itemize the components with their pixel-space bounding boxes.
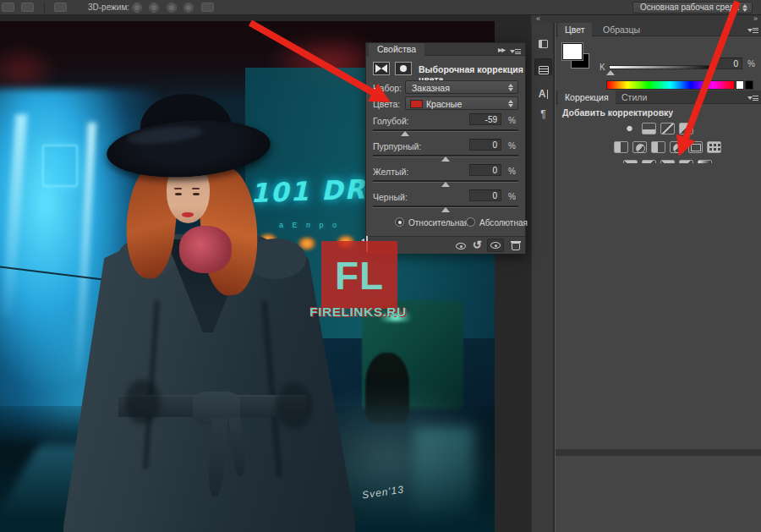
preset-value: Заказная [412,83,450,93]
adjustments-panel-tabbar: Коррекция Стили [556,90,761,104]
k-percent-label: % [747,59,755,69]
history-icon [539,40,548,48]
properties-icon [539,66,549,74]
yellow-slider-thumb[interactable] [441,182,450,187]
layers-empty-area [556,163,761,456]
reset-icon[interactable]: ↺ [473,239,482,250]
exposure-icon[interactable] [679,123,693,134]
panel-menu-icon[interactable] [747,27,758,34]
add-adjustment-label: Добавить корректировку [562,107,673,118]
align-icon-2[interactable] [21,3,34,12]
black-white-icon[interactable] [670,141,684,153]
vibrance-icon[interactable] [614,141,628,153]
relative-radio[interactable] [395,217,404,227]
3d-orbit-icon[interactable] [132,3,142,13]
eye-icon [490,242,501,249]
cyan-label: Голубой: [373,116,409,126]
3d-camera-icon[interactable] [201,3,214,12]
view-previous-state-icon[interactable] [456,243,466,250]
photo-hand-shadow [125,380,161,424]
magenta-percent: % [508,141,516,151]
photo-woman-scarf [179,226,232,273]
curves-icon[interactable] [660,123,675,134]
tab-properties[interactable]: Свойства [369,43,424,56]
paragraph-panel-icon[interactable]: ¶ [534,106,552,123]
properties-panel: Свойства ▸▸ Выборочная коррекция цвета Н… [365,42,526,254]
color-panel-tabbar: Цвет Образцы [556,23,761,36]
cyan-value-field[interactable]: -59 [469,113,501,125]
magenta-value-field[interactable]: 0 [469,139,501,151]
brightness-contrast-icon[interactable] [623,123,636,134]
site-watermark: FL FIRELINKS.RU [300,237,414,330]
panel-menu-icon[interactable] [510,48,521,55]
tab-swatches[interactable]: Образцы [596,23,647,36]
red-color-swatch [410,100,423,108]
icon-dock: A ¶ [531,23,554,532]
photo-filter-icon[interactable] [688,141,703,153]
properties-panel-icon[interactable] [534,58,552,75]
channel-mixer-icon[interactable] [707,141,721,153]
tab-color[interactable]: Цвет [558,23,592,36]
black-percent: % [508,192,516,201]
preset-dropdown[interactable]: Заказная [405,80,518,94]
options-bar: 3D-режим: Основная рабочая среда [0,0,761,15]
updown-arrows-icon [508,100,514,107]
photo-hand-shadow [276,383,313,429]
yellow-value-field[interactable]: 0 [469,164,501,176]
spectrum-black-swatch[interactable] [745,80,753,90]
levels-icon[interactable] [642,123,656,134]
k-slider-track[interactable] [609,65,719,69]
separator [44,2,45,14]
k-value-field[interactable]: 0 [714,58,742,69]
selective-color-badge-icon [373,62,390,75]
colors-label: Цвета: [373,99,400,109]
panel-menu-icon[interactable] [747,95,758,101]
3d-roll-icon[interactable] [149,3,159,13]
magenta-slider-thumb[interactable] [441,156,450,162]
right-panel-region: « » A ¶ Цвет Образцы K 0 % Коррекция Сти… [531,15,761,532]
photo-neon-sign [42,145,78,187]
3d-slide-icon[interactable] [183,3,194,13]
preset-label: Набор: [373,83,402,93]
mask-badge-icon[interactable] [395,62,412,75]
3d-pan-icon[interactable] [167,3,177,13]
photo-face-eye [193,193,200,195]
photo-face-brow [192,188,200,189]
k-slider-thumb[interactable] [606,70,615,75]
cyan-slider-thumb[interactable] [401,131,409,136]
cyan-percent: % [508,116,516,125]
workspace-selector[interactable]: Основная рабочая среда [632,2,753,14]
k-channel-label: K [599,63,605,72]
workspace-value: Основная рабочая среда [640,3,739,12]
photo-sign-subtext: а Е п р о [279,221,340,229]
photo-red-glow-left [0,45,59,96]
colors-dropdown[interactable]: Красные [405,96,518,110]
properties-titlebar[interactable]: Свойства ▸▸ [366,43,525,56]
spectrum-white-swatch[interactable] [736,80,744,90]
black-slider-thumb[interactable] [441,207,450,212]
panels-column: Цвет Образцы K 0 % Коррекция Стили Добав… [555,23,761,532]
foreground-color-swatch[interactable] [562,43,583,60]
color-balance-icon[interactable] [651,141,665,153]
cyan-slider-track[interactable] [373,129,518,132]
align-icon-1[interactable] [2,3,14,12]
collapse-panels-icon[interactable]: » [753,15,758,22]
tab-adjustments[interactable]: Коррекция [558,90,616,104]
delete-adjustment-icon[interactable] [512,243,520,250]
black-value-field[interactable]: 0 [469,189,501,201]
character-panel-icon[interactable]: A [534,85,552,102]
visibility-toggle-well[interactable] [487,239,504,252]
absolute-radio[interactable] [466,217,475,227]
collapse-to-icons-button[interactable]: ▸▸ [498,45,505,54]
distribute-icon[interactable] [54,3,67,12]
watermark-initials: FL [321,244,397,308]
yellow-label: Желтый: [373,167,408,177]
black-label: Черный: [373,192,408,202]
hue-saturation-icon[interactable] [632,141,647,153]
collapse-dock-icon[interactable]: « [536,15,540,22]
tab-styles[interactable]: Стили [615,90,654,104]
color-spectrum-ramp[interactable] [606,80,735,90]
photo-face-lips [182,212,194,217]
history-panel-icon[interactable] [534,33,552,50]
magenta-label: Пурпурный: [373,141,421,151]
